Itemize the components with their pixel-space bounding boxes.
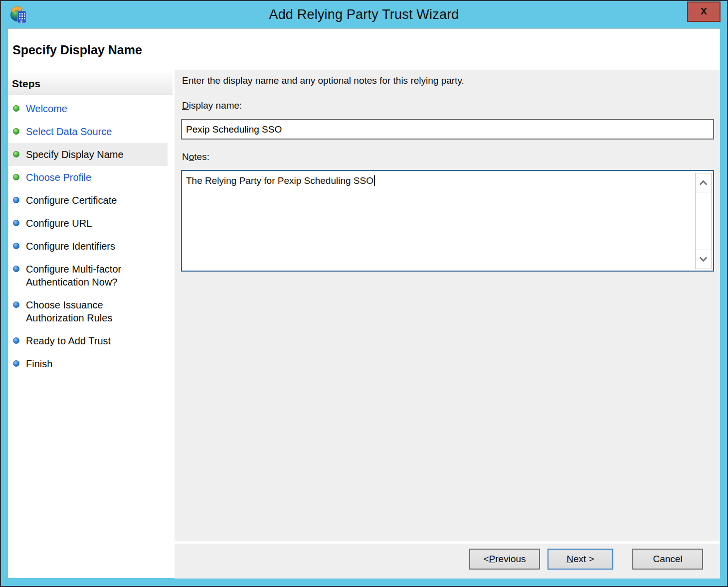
step-pending-icon [13, 360, 19, 367]
step-pending-icon [13, 337, 19, 344]
instruction-text: Enter the display name and any optional … [182, 75, 464, 86]
steps-panel-header: Steps [8, 73, 173, 95]
window-title: Add Relying Party Trust Wizard [1, 1, 727, 28]
step-item-ready-to-add-trust: Ready to Add Trust [8, 334, 168, 347]
steps-panel: Steps Welcome Select Data Source Specify… [8, 70, 173, 578]
step-item-configure-identifiers: Configure Identifiers [8, 240, 168, 253]
title-bar: Add Relying Party Trust Wizard x [1, 1, 727, 28]
step-pending-icon [13, 220, 19, 226]
content-pane: Enter the display name and any optional … [175, 70, 720, 541]
previous-button[interactable]: < Previous [469, 549, 540, 570]
step-pending-icon [13, 301, 19, 308]
scroll-up-button[interactable] [696, 173, 711, 192]
wizard-window: Add Relying Party Trust Wizard x Specify… [0, 0, 728, 587]
wizard-body: Specify Display Name Steps Welcome Selec… [8, 28, 720, 578]
page-title: Specify Display Name [12, 43, 142, 57]
next-button[interactable]: Next > [547, 549, 613, 570]
step-pending-icon [13, 243, 19, 249]
step-item-finish: Finish [8, 357, 168, 370]
display-name-label: Display name: [182, 100, 242, 111]
step-item-configure-certificate: Configure Certificate [8, 194, 168, 207]
vertical-scrollbar[interactable] [695, 173, 712, 269]
notes-label: Notes: [182, 151, 209, 162]
scroll-down-button[interactable] [696, 250, 711, 269]
cancel-button[interactable]: Cancel [632, 549, 703, 570]
button-bar: < Previous Next > Cancel [175, 544, 720, 579]
step-item-specify-display-name: Specify Display Name [8, 143, 168, 166]
step-item-configure-url: Configure URL [8, 217, 168, 230]
step-completed-icon [13, 128, 19, 135]
notes-text: The Relying Party for Pexip Scheduling S… [186, 175, 373, 186]
step-item-select-data-source[interactable]: Select Data Source [8, 125, 168, 138]
text-caret [374, 175, 375, 186]
close-button[interactable]: x [687, 1, 721, 22]
notes-field[interactable]: The Relying Party for Pexip Scheduling S… [181, 170, 714, 272]
step-item-welcome[interactable]: Welcome [8, 102, 168, 115]
step-completed-icon [13, 105, 19, 112]
step-pending-icon [13, 197, 19, 203]
chevron-down-icon [700, 254, 708, 262]
steps-list: Welcome Select Data Source Specify Displ… [8, 102, 168, 370]
step-completed-icon [13, 151, 19, 157]
chevron-up-icon [700, 180, 708, 188]
step-completed-icon [13, 174, 19, 180]
display-name-input[interactable] [181, 119, 714, 140]
step-item-configure-mfa: Configure Multi-factor Authentication No… [8, 263, 168, 289]
step-item-choose-profile[interactable]: Choose Profile [8, 171, 168, 184]
step-pending-icon [13, 266, 19, 272]
step-item-choose-issuance-rules: Choose Issuance Authorization Rules [8, 298, 168, 324]
